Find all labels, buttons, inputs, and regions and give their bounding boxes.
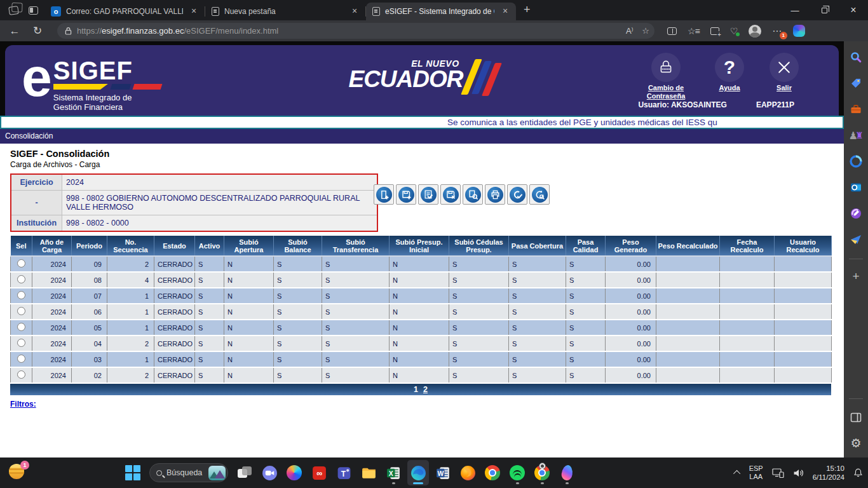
- change-password-button[interactable]: Cambio de Contraseña: [639, 53, 693, 100]
- minimize-button[interactable]: —: [780, 0, 810, 20]
- taskbar-app-copilot[interactable]: [283, 460, 305, 485]
- back-icon[interactable]: ←: [5, 25, 24, 37]
- table-cell: CERRADO: [154, 272, 195, 288]
- svg-text:∞: ∞: [316, 469, 322, 478]
- filters-link[interactable]: Filtros:: [10, 400, 36, 409]
- tab-actions-icon[interactable]: [29, 6, 38, 15]
- tray-chevron-icon[interactable]: [733, 470, 740, 477]
- games-icon[interactable]: ♟♜: [849, 128, 863, 142]
- exit-button[interactable]: Salir: [766, 53, 802, 100]
- browser-essentials-icon[interactable]: ♡: [730, 26, 738, 36]
- taskbar-search[interactable]: Búsqueda: [149, 463, 228, 482]
- field-label: -: [11, 191, 62, 215]
- taskbar-app-teams[interactable]: T: [333, 460, 355, 485]
- row-select-radio[interactable]: [17, 275, 25, 283]
- taskbar-app-excel[interactable]: X: [383, 460, 404, 485]
- browser-tab[interactable]: oCorreo: GAD PARROQUIAL VALLE×: [44, 3, 205, 20]
- table-cell: S: [274, 288, 322, 304]
- close-button[interactable]: ×: [839, 0, 868, 20]
- form-check-button[interactable]: [418, 184, 438, 205]
- favorites-hub-icon[interactable]: ☆≡: [688, 26, 700, 36]
- language-indicator[interactable]: ESPLAA: [749, 464, 763, 481]
- row-select-radio[interactable]: [17, 339, 25, 347]
- browser-tab[interactable]: eSIGEF - Sistema Integrado de G×: [366, 3, 516, 20]
- microsoft365-icon[interactable]: [849, 154, 863, 168]
- profile-avatar[interactable]: [749, 25, 761, 37]
- start-button[interactable]: [122, 460, 144, 485]
- table-cell: CERRADO: [154, 288, 195, 304]
- refresh-query-button[interactable]: [529, 184, 550, 205]
- tab-close-icon[interactable]: ×: [349, 6, 360, 17]
- tab-close-icon[interactable]: ×: [499, 6, 511, 17]
- table-cell: N: [224, 272, 274, 288]
- row-select-radio[interactable]: [17, 355, 25, 363]
- restore-icon: [822, 8, 827, 13]
- read-aloud-icon[interactable]: A): [626, 26, 633, 36]
- tab-strip: oCorreo: GAD PARROQUIAL VALLE×Nueva pest…: [0, 0, 868, 20]
- split-screen-icon[interactable]: [667, 27, 677, 35]
- new-tab-button[interactable]: +: [516, 3, 538, 20]
- tab-title: Nueva pestaña: [224, 7, 344, 16]
- sidebar-search-icon[interactable]: [849, 50, 863, 64]
- taskbar-app-firefox[interactable]: [457, 460, 478, 485]
- customize-sidebar-icon[interactable]: [849, 410, 863, 424]
- row-select-radio[interactable]: [17, 370, 25, 379]
- clock[interactable]: 15:106/11/2024: [813, 464, 844, 482]
- table-cell: CERRADO: [154, 304, 195, 320]
- designer-icon[interactable]: [849, 207, 863, 220]
- taskbar-app-edge[interactable]: [407, 460, 429, 485]
- cast-device-icon[interactable]: [772, 468, 784, 478]
- shopping-icon[interactable]: [849, 76, 863, 90]
- taskbar-app-chrome-work[interactable]: [531, 460, 553, 485]
- workspaces-icon[interactable]: [8, 6, 19, 15]
- tools-icon[interactable]: [849, 102, 863, 116]
- notification-bell-icon[interactable]: [853, 468, 863, 478]
- more-menu-icon[interactable]: ⋯1: [772, 25, 782, 37]
- taskbar-app-word[interactable]: W: [432, 460, 454, 485]
- table-cell: S: [509, 320, 566, 336]
- table-cell: S: [195, 272, 224, 288]
- widgets-button[interactable]: 1: [9, 464, 27, 482]
- validate-button[interactable]: [507, 184, 527, 205]
- restore-button[interactable]: [810, 0, 839, 20]
- tab-close-icon[interactable]: ×: [188, 6, 200, 17]
- drop-icon[interactable]: [849, 233, 863, 247]
- row-select-radio[interactable]: [17, 323, 25, 331]
- save-delete-icon: [443, 187, 459, 203]
- browser-tab[interactable]: Nueva pestaña×: [205, 3, 365, 20]
- row-select-radio[interactable]: [17, 307, 25, 315]
- new-record-button[interactable]: [374, 184, 394, 205]
- outlook-icon[interactable]: [849, 180, 863, 194]
- taskbar-app-design-flame[interactable]: [556, 460, 578, 485]
- refresh-icon[interactable]: ↻: [28, 24, 47, 37]
- page-number-link[interactable]: 2: [423, 385, 428, 394]
- taskbar-app-chrome[interactable]: [482, 460, 503, 485]
- table-cell: S: [509, 288, 566, 304]
- collections-icon[interactable]: [710, 27, 719, 35]
- sidebar-add-icon[interactable]: +: [852, 271, 859, 281]
- table-cell: N: [224, 288, 274, 304]
- row-select-radio[interactable]: [17, 259, 25, 268]
- column-header: Activo: [195, 236, 224, 256]
- view-detail-button[interactable]: [463, 184, 483, 205]
- table-cell: CERRADO: [154, 351, 195, 367]
- taskbar-app-acrobat[interactable]: ∞: [308, 460, 330, 485]
- copilot-icon[interactable]: [793, 25, 805, 37]
- taskbar-app-chat[interactable]: [259, 460, 280, 485]
- favorite-star-icon[interactable]: ☆: [642, 26, 649, 36]
- column-header: Subió Presup. Inicial: [390, 236, 449, 256]
- taskbar-app-spotify[interactable]: [506, 460, 528, 485]
- taskbar-app-file-explorer[interactable]: [358, 460, 379, 485]
- taskbar-app-task-view[interactable]: [234, 460, 255, 485]
- save-delete-button[interactable]: [440, 184, 461, 205]
- settings-gear-icon[interactable]: ⚙: [849, 436, 863, 450]
- row-select-radio[interactable]: [17, 291, 25, 299]
- address-bar[interactable]: https://esigef.finanzas.gob.ec/eSIGEF/me…: [57, 23, 654, 39]
- table-cell: N: [390, 288, 449, 304]
- menu-bar-consolidacion[interactable]: Consolidación: [0, 129, 844, 144]
- volume-icon[interactable]: [793, 468, 804, 478]
- table-cell: N: [224, 336, 274, 351]
- print-button[interactable]: [485, 184, 505, 205]
- help-button[interactable]: ? Ayuda: [712, 53, 747, 100]
- save-new-button[interactable]: [396, 184, 416, 205]
